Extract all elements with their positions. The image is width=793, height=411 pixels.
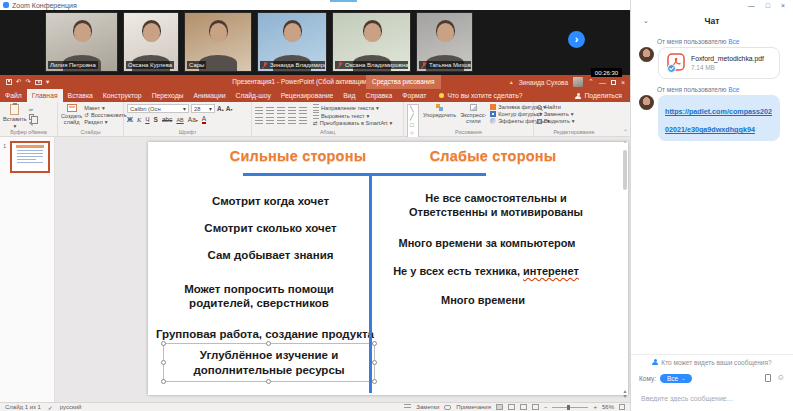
layout-button[interactable]: Макет▾ — [84, 105, 127, 111]
line-spacing-icon[interactable] — [299, 107, 307, 114]
slide-thumbnail[interactable] — [10, 141, 50, 173]
slide-text[interactable]: Может попросить помощи родителей, сверст… — [153, 282, 365, 311]
notes-button[interactable]: Заметки — [416, 404, 439, 410]
emoji-icon[interactable]: ☺ — [777, 374, 785, 382]
tab-review[interactable]: Рецензирование — [276, 89, 338, 102]
bold-button[interactable]: Ж — [127, 116, 133, 123]
qat-customize-icon[interactable]: ▾ — [46, 78, 49, 86]
account-name[interactable]: Зинаида Сухова — [519, 79, 568, 86]
reading-view-button[interactable] — [520, 404, 527, 410]
file-attachment-card[interactable]: Foxford_metodichka.pdf 7.14 МВ — [658, 47, 780, 79]
slide-text[interactable]: Много времени за компьютером — [376, 237, 598, 251]
text-shadow-button[interactable]: S — [154, 116, 158, 123]
columns-icon[interactable] — [299, 117, 307, 124]
video-tile[interactable]: Оксана Куртева — [123, 12, 179, 72]
align-right-icon[interactable] — [277, 117, 285, 124]
resize-handle[interactable] — [266, 379, 271, 384]
text-direction-button[interactable]: Направление текста▾ — [313, 104, 392, 111]
slide-counter[interactable]: Слайд 1 из 1 — [5, 404, 41, 410]
video-tile[interactable]: Татьяна Михова — [416, 12, 473, 72]
redo-icon[interactable]: ↷ — [25, 78, 30, 86]
zoom-slider[interactable] — [552, 407, 588, 408]
slide-text[interactable]: Не у всех есть техника, интеренет — [370, 265, 602, 279]
reset-button[interactable]: ↺Восстановить — [84, 112, 127, 118]
selected-text-box[interactable]: Углублённое изучение и дополнительные ре… — [163, 343, 375, 382]
underline-button[interactable]: Ч — [145, 116, 149, 123]
recipient-dropdown[interactable]: Все ⌄ — [660, 374, 692, 383]
resize-handle[interactable] — [372, 341, 377, 346]
section-button[interactable]: Раздел▾ — [84, 119, 127, 125]
align-left-icon[interactable] — [255, 117, 263, 124]
slide-scrollbar[interactable]: ⌃ ▴ ▾ — [621, 140, 629, 399]
minimize-button[interactable]: — — [599, 79, 606, 86]
close-icon[interactable]: × — [781, 2, 785, 9]
tab-help[interactable]: Справка — [361, 89, 398, 102]
scrollbar-thumb[interactable] — [623, 150, 627, 190]
video-tile[interactable]: Зинаида Владимиров... — [257, 12, 327, 72]
restore-button[interactable] — [611, 80, 616, 85]
change-case-button[interactable]: Аа▾ — [188, 116, 198, 123]
maximize-icon[interactable]: □ — [766, 2, 770, 9]
slide-header-strengths[interactable]: Сильные стороны — [203, 148, 393, 164]
message-input[interactable] — [639, 394, 785, 403]
ribbon-options-icon[interactable]: ⌃ — [588, 78, 594, 86]
slide-text[interactable]: Смотрит когда хочет — [178, 194, 363, 208]
scroll-slide-buttons[interactable]: ▴ ▾ — [621, 389, 629, 399]
slide-text[interactable]: Сам добывает знания — [178, 248, 363, 262]
resize-handle[interactable] — [372, 360, 377, 365]
slideshow-view-button[interactable] — [532, 404, 539, 410]
indent-decrease-icon[interactable] — [277, 107, 285, 114]
resize-handle[interactable] — [161, 379, 166, 384]
smartart-button[interactable]: ⇄Преобразовать в SmartArt▾ — [313, 120, 392, 126]
collapse-ribbon-icon[interactable]: ⌃ — [623, 128, 628, 135]
numbering-icon[interactable] — [266, 107, 274, 114]
fit-slide-button[interactable] — [619, 404, 625, 410]
justify-icon[interactable] — [288, 117, 296, 124]
copy-icon[interactable] — [29, 114, 34, 120]
select-button[interactable]: Выделить▾ — [537, 118, 611, 124]
indent-increase-icon[interactable] — [288, 107, 296, 114]
slideshow-icon[interactable] — [35, 80, 42, 85]
find-button[interactable]: Найти — [537, 104, 611, 110]
comments-button[interactable]: Примечания — [456, 404, 491, 410]
tab-animations[interactable]: Анимации — [189, 89, 231, 102]
slide-header-weaknesses[interactable]: Слабые стороны — [388, 148, 598, 164]
bullets-icon[interactable] — [255, 107, 263, 114]
vertical-divider-line[interactable] — [369, 173, 372, 393]
slide-text[interactable]: Групповая работа, создание продукта — [156, 327, 368, 341]
slide[interactable]: Сильные стороны Слабые стороны Смотрит к… — [148, 142, 628, 395]
close-button[interactable]: × — [621, 79, 625, 86]
arrange-button[interactable]: Упорядочить — [423, 104, 456, 118]
minimize-icon[interactable]: — — [748, 2, 755, 9]
account-avatar[interactable] — [573, 77, 583, 87]
tab-design[interactable]: Конструктор — [98, 89, 147, 102]
italic-button[interactable]: К — [137, 116, 141, 123]
attach-file-icon[interactable] — [765, 374, 771, 382]
horizontal-divider-line[interactable] — [243, 173, 486, 176]
next-participants-button[interactable]: › — [568, 31, 585, 48]
slide-sorter-view-button[interactable] — [508, 404, 515, 410]
save-icon[interactable] — [6, 79, 12, 85]
video-tile[interactable]: Лилия Петровна — [45, 12, 118, 72]
scroll-up-icon[interactable]: ⌃ — [621, 140, 629, 147]
resize-handle[interactable] — [372, 379, 377, 384]
grow-font-button[interactable]: А▴ — [217, 105, 224, 112]
recipient-label[interactable]: Все — [728, 38, 739, 45]
slide-text[interactable]: Не все самостоятельны и Ответственны и м… — [406, 192, 586, 220]
font-name-select[interactable]: Calibri (Осн▾ — [127, 104, 189, 113]
zoom-out-button[interactable]: − — [544, 404, 548, 410]
share-button[interactable]: Поделиться — [575, 89, 630, 102]
tab-slideshow[interactable]: Слайд-шоу — [231, 89, 276, 102]
undo-icon[interactable]: ↶ — [16, 78, 21, 86]
tab-view[interactable]: Вид — [338, 89, 360, 102]
tell-me-box[interactable]: Что вы хотите сделать? — [439, 89, 522, 102]
padlet-link[interactable]: https://padlet.com/compass20202021/e30qa… — [665, 107, 772, 134]
font-size-select[interactable]: 28▾ — [191, 104, 215, 113]
tab-transitions[interactable]: Переходы — [147, 89, 189, 102]
tab-insert[interactable]: Вставка — [63, 89, 98, 102]
resize-handle[interactable] — [161, 341, 166, 346]
align-center-icon[interactable] — [266, 117, 274, 124]
char-spacing-button[interactable]: АВ — [176, 117, 183, 123]
slide-text[interactable]: Много времени — [388, 294, 578, 308]
tab-file[interactable]: Файл — [0, 89, 27, 102]
